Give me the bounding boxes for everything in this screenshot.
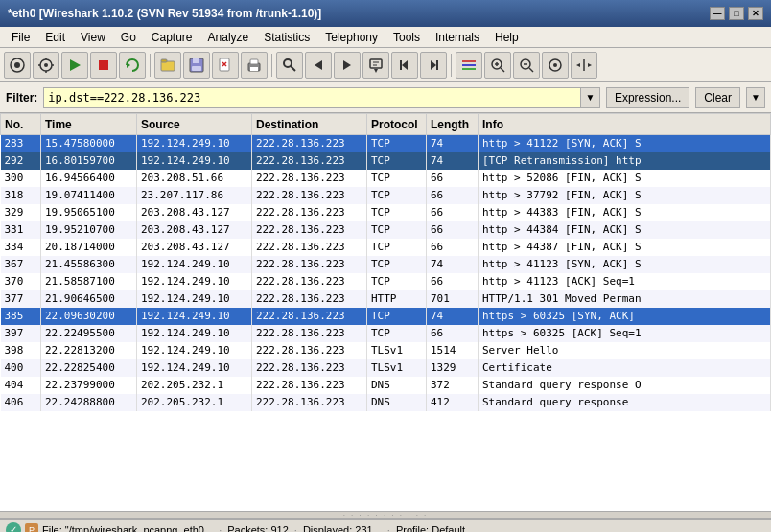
- print-button[interactable]: [241, 52, 268, 79]
- clear-button[interactable]: Clear: [695, 87, 740, 108]
- cell-src: 192.124.249.10: [137, 152, 252, 170]
- open-file-button[interactable]: [154, 52, 181, 79]
- menu-bar: File Edit View Go Capture Analyze Statis…: [0, 27, 771, 48]
- menu-edit[interactable]: Edit: [37, 29, 73, 46]
- minimize-button[interactable]: —: [710, 7, 725, 20]
- packet-table-wrap: No. Time Source Destination Protocol Len…: [0, 113, 771, 511]
- restart-capture-button[interactable]: [119, 52, 146, 79]
- cell-time: 16.80159700: [41, 152, 137, 170]
- table-row[interactable]: 37021.58587100192.124.249.10222.28.136.2…: [1, 273, 771, 290]
- cell-no: 334: [1, 239, 41, 256]
- header-length[interactable]: Length: [427, 114, 479, 135]
- find-button[interactable]: [276, 52, 303, 79]
- menu-statistics[interactable]: Statistics: [256, 29, 317, 46]
- menu-file[interactable]: File: [4, 29, 37, 46]
- packets-count: Packets: 912: [227, 524, 289, 533]
- filter-input[interactable]: [43, 87, 581, 108]
- start-capture-button[interactable]: [61, 52, 88, 79]
- table-row[interactable]: 31819.0741140023.207.117.86222.28.136.22…: [1, 187, 771, 204]
- main-content: No. Time Source Destination Protocol Len…: [0, 113, 771, 511]
- window-title: *eth0 [Wireshark 1.10.2 (SVN Rev 51934 f…: [8, 7, 321, 20]
- capture-options-button[interactable]: [33, 52, 59, 79]
- svg-rect-20: [250, 59, 258, 64]
- cell-len: 66: [427, 221, 479, 239]
- cell-no: 404: [1, 377, 41, 394]
- table-row[interactable]: 33119.95210700203.208.43.127222.28.136.2…: [1, 221, 771, 239]
- table-row[interactable]: 38522.09630200192.124.249.10222.28.136.2…: [1, 308, 771, 325]
- zoom-out-button[interactable]: [513, 52, 540, 79]
- interface-list-button[interactable]: [4, 52, 31, 79]
- svg-rect-14: [193, 58, 199, 63]
- go-back-button[interactable]: [305, 52, 332, 79]
- table-row[interactable]: 39722.22495500192.124.249.10222.28.136.2…: [1, 325, 771, 342]
- header-time[interactable]: Time: [41, 114, 137, 135]
- table-row[interactable]: 32919.95065100203.208.43.127222.28.136.2…: [1, 204, 771, 221]
- colorize-button[interactable]: [456, 52, 482, 79]
- menu-telephony[interactable]: Telephony: [317, 29, 386, 46]
- menu-internals[interactable]: Internals: [428, 29, 487, 46]
- first-packet-button[interactable]: [391, 52, 418, 79]
- header-no[interactable]: No.: [1, 114, 41, 135]
- menu-view[interactable]: View: [73, 29, 113, 46]
- resize-handle[interactable]: · · · · · · · · · · ·: [0, 511, 771, 519]
- menu-go[interactable]: Go: [113, 29, 144, 46]
- cell-dst: 222.28.136.223: [252, 152, 367, 170]
- cell-dst: 222.28.136.223: [252, 325, 367, 342]
- cell-src: 192.124.249.10: [137, 342, 252, 359]
- maximize-button[interactable]: □: [729, 7, 744, 20]
- svg-rect-31: [400, 60, 402, 70]
- save-file-button[interactable]: [183, 52, 210, 79]
- cell-info: https > 60325 [ACK] Seq=1: [479, 325, 771, 342]
- table-row[interactable]: 37721.90646500192.124.249.10222.28.136.2…: [1, 290, 771, 308]
- separator-3: [451, 54, 452, 77]
- separator-1: [150, 54, 151, 77]
- cell-info: https > 60325 [SYN, ACK]: [479, 308, 771, 325]
- cell-src: 203.208.43.127: [137, 204, 252, 221]
- menu-help[interactable]: Help: [487, 29, 526, 46]
- resize-columns-button[interactable]: [571, 52, 597, 79]
- header-source[interactable]: Source: [137, 114, 252, 135]
- cell-dst: 222.28.136.223: [252, 377, 367, 394]
- menu-tools[interactable]: Tools: [386, 29, 428, 46]
- table-row[interactable]: 39822.22813200192.124.249.10222.28.136.2…: [1, 342, 771, 359]
- table-row[interactable]: 36721.45586300192.124.249.10222.28.136.2…: [1, 256, 771, 273]
- close-file-button[interactable]: [212, 52, 239, 79]
- table-row[interactable]: 30016.94566400203.208.51.66222.28.136.22…: [1, 170, 771, 187]
- table-row[interactable]: 29216.80159700192.124.249.10222.28.136.2…: [1, 152, 771, 170]
- cell-info: Standard query response: [479, 394, 771, 411]
- network-status-icon: ✓: [6, 522, 21, 533]
- menu-capture[interactable]: Capture: [144, 29, 200, 46]
- go-forward-button[interactable]: [334, 52, 361, 79]
- header-info[interactable]: Info: [479, 114, 771, 135]
- table-row[interactable]: 33420.18714000203.208.43.127222.28.136.2…: [1, 239, 771, 256]
- table-row[interactable]: 40422.23799000202.205.232.1222.28.136.22…: [1, 377, 771, 394]
- menu-analyze[interactable]: Analyze: [200, 29, 257, 46]
- header-protocol[interactable]: Protocol: [367, 114, 427, 135]
- cell-dst: 222.28.136.223: [252, 256, 367, 273]
- zoom-in-button[interactable]: [484, 52, 511, 79]
- normal-size-button[interactable]: [542, 52, 569, 79]
- cell-no: 300: [1, 170, 41, 187]
- status-sep-2: ·: [294, 524, 297, 533]
- goto-packet-button[interactable]: [362, 52, 389, 79]
- svg-rect-15: [192, 66, 201, 71]
- close-button[interactable]: ✕: [748, 7, 763, 20]
- cell-src: 202.205.232.1: [137, 377, 252, 394]
- table-row[interactable]: 40622.24288800202.205.232.1222.28.136.22…: [1, 394, 771, 411]
- filter-dropdown-arrow[interactable]: ▼: [581, 87, 600, 108]
- title-bar: *eth0 [Wireshark 1.10.2 (SVN Rev 51934 f…: [0, 0, 771, 27]
- expression-button[interactable]: Expression...: [606, 87, 689, 108]
- table-row[interactable]: 28315.47580000192.124.249.10222.28.136.2…: [1, 135, 771, 152]
- filter-end-arrow[interactable]: ▼: [746, 87, 765, 108]
- last-packet-button[interactable]: [420, 52, 447, 79]
- cell-proto: TCP: [367, 170, 427, 187]
- cell-proto: TLSv1: [367, 359, 427, 377]
- cell-src: 192.124.249.10: [137, 325, 252, 342]
- stop-capture-button[interactable]: [90, 52, 117, 79]
- svg-point-1: [14, 62, 20, 68]
- table-row[interactable]: 40022.22825400192.124.249.10222.28.136.2…: [1, 359, 771, 377]
- cell-info: HTTP/1.1 301 Moved Perman: [479, 290, 771, 308]
- cell-src: 202.205.232.1: [137, 394, 252, 411]
- cell-dst: 222.28.136.223: [252, 308, 367, 325]
- header-destination[interactable]: Destination: [252, 114, 367, 135]
